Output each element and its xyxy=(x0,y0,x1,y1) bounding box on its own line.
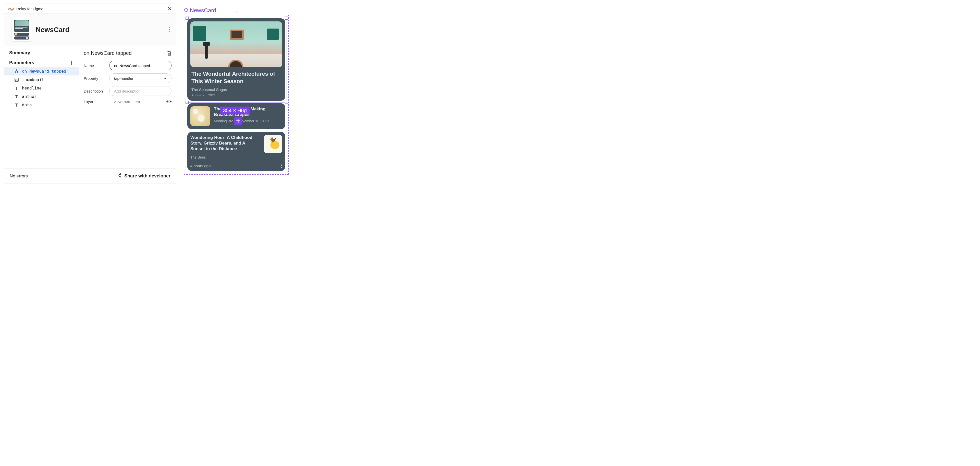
parameter-list: on NewsCard tapped thumbnail headline xyxy=(4,67,79,109)
row-meta-prefix: Morning Bre xyxy=(214,119,233,123)
svg-point-9 xyxy=(120,176,121,177)
svg-point-7 xyxy=(117,175,118,176)
add-parameter-icon[interactable] xyxy=(69,61,74,65)
layer-value: view=hero-item xyxy=(109,100,164,104)
component-frame[interactable]: The Wonderful Architectures of This Wint… xyxy=(184,15,289,174)
param-on-newscard-tapped[interactable]: on NewsCard tapped xyxy=(4,67,79,76)
param-label: headline xyxy=(22,86,41,90)
row-meta: Morning Brexxxxovember 10, 2021 xyxy=(214,119,282,123)
news-card-column[interactable]: Wondering Hour: A Childhood Story, Grizz… xyxy=(187,132,285,171)
col-author: The Bees xyxy=(190,155,282,159)
svg-point-4 xyxy=(16,79,16,79)
param-thumbnail[interactable]: thumbnail xyxy=(4,76,79,84)
param-label: date xyxy=(22,103,32,107)
param-label: thumbnail xyxy=(22,77,44,82)
input-description[interactable]: Add description xyxy=(109,86,172,96)
hero-author: The Seasonal Sagas xyxy=(190,87,282,92)
select-property[interactable]: tap-handler xyxy=(109,73,172,83)
panel-body: Summary Parameters on NewsCard tapped xyxy=(4,46,176,168)
add-spacer-icon[interactable] xyxy=(234,117,242,125)
target-icon[interactable] xyxy=(166,99,172,104)
param-headline[interactable]: headline xyxy=(4,84,79,92)
row-description: Description Add description xyxy=(84,86,172,96)
svg-rect-10 xyxy=(185,8,187,9)
panel-titlebar-left: Relay for Figma xyxy=(8,6,43,11)
alignment-guide xyxy=(237,11,237,13)
svg-point-1 xyxy=(169,29,170,30)
row-meta-suffix: ovember 10, 2021 xyxy=(240,119,269,123)
more-icon[interactable] xyxy=(281,163,282,168)
svg-point-2 xyxy=(169,31,170,32)
detail-pane: on NewsCard tapped Name Property tap-han… xyxy=(79,46,176,168)
label-layer: Layer xyxy=(84,100,107,104)
component-thumbnail xyxy=(12,18,32,41)
svg-rect-11 xyxy=(185,11,187,12)
chevron-down-icon xyxy=(163,76,167,81)
selection-handle[interactable] xyxy=(186,17,189,20)
param-label: on NewsCard tapped xyxy=(22,69,66,74)
selection-handle[interactable] xyxy=(285,101,288,104)
svg-rect-13 xyxy=(187,9,188,11)
text-icon xyxy=(14,94,19,99)
svg-point-14 xyxy=(281,164,282,165)
component-icon xyxy=(184,7,188,14)
row-name: Name xyxy=(84,61,172,70)
svg-point-16 xyxy=(281,167,282,168)
image-icon xyxy=(14,78,19,82)
share-icon xyxy=(117,173,121,179)
svg-point-0 xyxy=(169,27,170,28)
parameters-heading: Parameters xyxy=(9,60,34,65)
param-date[interactable]: date xyxy=(4,101,79,109)
more-icon[interactable] xyxy=(169,27,170,33)
param-label: author xyxy=(22,94,37,99)
brand-icon xyxy=(8,6,14,11)
canvas-component-label[interactable]: NewsCard xyxy=(184,7,291,14)
share-label: Share with developer xyxy=(124,173,170,179)
input-name[interactable] xyxy=(109,61,172,70)
detail-header: on NewsCard tapped xyxy=(84,50,172,56)
share-with-developer-button[interactable]: Share with developer xyxy=(117,173,170,179)
label-description: Description xyxy=(84,89,107,93)
row-layer: Layer view=hero-item xyxy=(84,99,172,104)
parameters-heading-row: Parameters xyxy=(4,58,79,67)
row-thumbnail xyxy=(190,106,210,126)
panel-header: NewsCard xyxy=(4,14,176,46)
delete-icon[interactable] xyxy=(167,51,172,56)
detail-title: on NewsCard tapped xyxy=(84,50,132,56)
label-name: Name xyxy=(84,63,107,68)
svg-point-6 xyxy=(169,101,169,102)
svg-point-8 xyxy=(120,174,121,174)
canvas-component-name: NewsCard xyxy=(190,7,216,14)
hero-headline: The Wonderful Architectures of This Wint… xyxy=(190,70,282,85)
svg-rect-12 xyxy=(184,9,185,11)
tap-icon xyxy=(14,69,19,74)
label-property: Property xyxy=(84,76,107,81)
dimension-badge: 354 × Hug xyxy=(220,106,250,114)
summary-heading: Summary xyxy=(4,46,79,58)
figma-canvas: NewsCard The Wonderful Architectures of … xyxy=(184,7,291,174)
component-name: NewsCard xyxy=(36,26,69,34)
param-author[interactable]: author xyxy=(4,92,79,101)
relay-panel: Relay for Figma NewsCard xyxy=(4,3,177,184)
alignment-guide xyxy=(179,60,184,60)
selection-handle[interactable] xyxy=(285,17,288,20)
sidebar: Summary Parameters on NewsCard tapped xyxy=(4,46,79,168)
col-footer: 4 hours ago xyxy=(190,163,282,168)
panel-header-left: NewsCard xyxy=(12,18,69,41)
text-icon xyxy=(14,86,19,90)
panel-title: Relay for Figma xyxy=(16,6,43,11)
news-card-hero[interactable]: The Wonderful Architectures of This Wint… xyxy=(187,18,285,101)
selection-handle[interactable] xyxy=(186,101,189,104)
row-property: Property tap-handler xyxy=(84,73,172,83)
col-top: Wondering Hour: A Childhood Story, Grizz… xyxy=(190,135,282,153)
hero-thumbnail xyxy=(190,21,282,67)
close-icon[interactable] xyxy=(167,6,172,11)
select-property-value: tap-handler xyxy=(114,76,134,81)
status-text: No errors xyxy=(10,174,28,179)
col-thumbnail xyxy=(264,135,282,153)
svg-point-15 xyxy=(281,165,282,166)
hero-date: August 25, 2021 xyxy=(190,93,282,97)
panel-titlebar: Relay for Figma xyxy=(4,4,176,14)
panel-footer: No errors Share with developer xyxy=(4,168,176,184)
col-time: 4 hours ago xyxy=(190,164,210,168)
